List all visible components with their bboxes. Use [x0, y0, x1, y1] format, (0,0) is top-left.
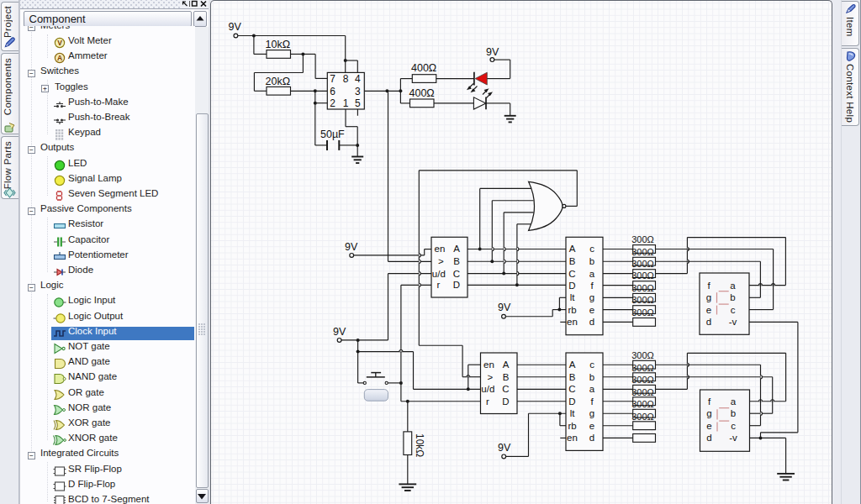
svg-text:g: g [589, 408, 594, 418]
svg-text:D: D [502, 396, 509, 407]
svg-text:C: C [568, 269, 575, 279]
svg-text:2: 2 [330, 97, 335, 109]
svg-text:e: e [589, 305, 594, 315]
svg-text:300Ω: 300Ω [631, 247, 654, 257]
svg-text:9V: 9V [345, 241, 358, 253]
svg-text:300Ω: 300Ω [631, 270, 654, 281]
svg-text:400Ω: 400Ω [409, 87, 435, 99]
svg-text:300Ω: 300Ω [631, 259, 654, 269]
svg-text:c: c [589, 244, 594, 254]
svg-text:r: r [437, 280, 441, 290]
svg-text:A: A [503, 360, 510, 370]
svg-text:e: e [706, 305, 711, 315]
svg-text:lt: lt [570, 292, 576, 302]
svg-text:C: C [502, 384, 509, 394]
svg-text:A: A [569, 244, 576, 254]
svg-text:A: A [569, 360, 576, 370]
svg-text:d: d [589, 433, 594, 443]
svg-text:>: > [438, 256, 444, 266]
svg-text:D: D [568, 281, 575, 291]
svg-text:8: 8 [343, 73, 349, 85]
svg-text:300Ω: 300Ω [631, 307, 654, 318]
svg-text:A: A [453, 244, 460, 254]
svg-text:en: en [483, 360, 494, 370]
svg-text:300Ω: 300Ω [631, 363, 654, 373]
svg-text:-v: -v [729, 317, 737, 327]
svg-text:-v: -v [729, 433, 737, 443]
svg-text:a: a [730, 281, 736, 291]
svg-text:a: a [731, 396, 737, 407]
svg-text:V: V [57, 39, 62, 47]
svg-text:C: C [568, 384, 575, 394]
svg-text:u/d: u/d [432, 269, 446, 279]
svg-text:300Ω: 300Ω [631, 295, 654, 305]
svg-text:b: b [731, 408, 736, 418]
svg-text:g: g [589, 292, 594, 302]
svg-text:9V: 9V [498, 442, 511, 454]
svg-text:300Ω: 300Ω [631, 412, 654, 422]
svg-text:D: D [453, 280, 460, 290]
svg-text:g: g [706, 292, 711, 302]
svg-text:d: d [706, 317, 711, 327]
svg-text:9V: 9V [333, 326, 346, 338]
svg-text:1: 1 [343, 97, 349, 109]
svg-text:c: c [589, 360, 594, 370]
svg-text:300Ω: 300Ω [631, 399, 654, 409]
svg-text:b: b [589, 256, 594, 266]
svg-text:D: D [568, 396, 575, 407]
svg-text:B: B [453, 256, 460, 266]
svg-text:r: r [486, 396, 489, 407]
svg-text:20kΩ: 20kΩ [266, 76, 291, 87]
svg-text:>: > [488, 372, 494, 382]
svg-text:300Ω: 300Ω [631, 283, 654, 293]
svg-text:g: g [706, 408, 711, 418]
svg-text:en: en [567, 433, 578, 443]
svg-text:a: a [589, 384, 595, 394]
svg-text:10kΩ: 10kΩ [414, 433, 425, 457]
svg-text:7: 7 [330, 73, 335, 85]
svg-text:50µF: 50µF [320, 129, 345, 140]
svg-text:300Ω: 300Ω [631, 234, 654, 244]
svg-text:a: a [589, 269, 595, 279]
svg-text:B: B [503, 372, 510, 382]
svg-text:c: c [731, 421, 736, 431]
svg-text:4: 4 [355, 73, 361, 85]
svg-text:d: d [706, 433, 711, 443]
svg-text:9V: 9V [486, 46, 499, 58]
svg-text:lt: lt [570, 408, 576, 418]
svg-text:b: b [589, 372, 594, 382]
svg-text:400Ω: 400Ω [411, 62, 436, 74]
svg-text:u/d: u/d [481, 384, 494, 394]
svg-text:300Ω: 300Ω [631, 387, 654, 397]
svg-text:rb: rb [568, 305, 576, 315]
svg-text:A: A [57, 54, 62, 62]
svg-text:C: C [453, 269, 460, 279]
svg-text:rb: rb [568, 421, 576, 431]
svg-text:e: e [589, 421, 594, 431]
svg-text:5: 5 [355, 97, 361, 109]
svg-text:B: B [569, 256, 576, 266]
svg-text:9V: 9V [229, 21, 242, 33]
svg-text:3: 3 [355, 86, 361, 97]
svg-text:300Ω: 300Ω [631, 350, 654, 360]
svg-text:en: en [435, 244, 446, 254]
svg-text:en: en [567, 317, 578, 327]
svg-text:10kΩ: 10kΩ [266, 39, 291, 50]
svg-text:d: d [589, 317, 594, 327]
svg-text:6: 6 [330, 86, 335, 97]
svg-text:9V: 9V [498, 302, 511, 313]
svg-text:c: c [731, 305, 736, 315]
svg-text:300Ω: 300Ω [631, 375, 654, 385]
svg-text:B: B [569, 372, 576, 382]
svg-text:e: e [706, 421, 711, 431]
svg-text:b: b [730, 292, 735, 302]
